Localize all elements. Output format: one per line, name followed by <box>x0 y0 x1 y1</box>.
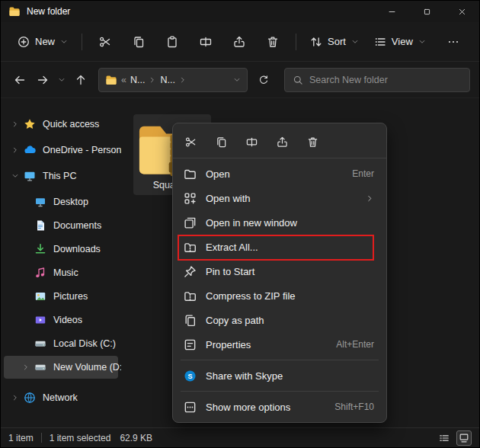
sidebar-item-videos[interactable]: Videos <box>4 309 118 331</box>
cut-button[interactable] <box>88 29 122 55</box>
pc-icon <box>24 170 36 182</box>
plus-circle-icon <box>18 36 30 48</box>
disk-icon <box>34 361 46 373</box>
sidebar-item-music[interactable]: Music <box>4 261 118 284</box>
delete-button[interactable] <box>256 29 290 55</box>
document-icon <box>34 219 46 232</box>
share-button[interactable] <box>269 131 295 154</box>
desktop-icon <box>34 196 46 208</box>
breadcrumb-overflow[interactable]: « <box>121 75 126 85</box>
refresh-button[interactable] <box>252 69 275 91</box>
breadcrumb-segment[interactable]: N... <box>160 75 174 85</box>
menu-item-show-more-options[interactable]: Show more options Shift+F10 <box>173 395 386 419</box>
chevron-down-icon[interactable] <box>11 171 24 181</box>
up-button[interactable] <box>69 69 92 91</box>
chevron-right-icon[interactable] <box>11 146 24 155</box>
menu-item-share-with-skype[interactable]: S Share with Skype <box>173 363 386 388</box>
sidebar-item-downloads[interactable]: Downloads <box>4 238 118 261</box>
new-button-label: New <box>35 36 55 47</box>
folder-icon <box>105 74 117 86</box>
view-button-label: View <box>392 36 413 47</box>
menu-item-open-with[interactable]: Open with <box>173 186 386 210</box>
properties-icon <box>184 338 197 351</box>
address-bar[interactable]: « N... N... <box>98 68 248 92</box>
sidebar-item-desktop[interactable]: Desktop <box>4 190 118 213</box>
delete-button[interactable] <box>299 131 325 154</box>
chevron-down-icon <box>60 38 68 46</box>
large-icons-view-button[interactable] <box>456 430 472 446</box>
rename-button[interactable] <box>238 131 264 154</box>
open-icon <box>184 168 197 181</box>
address-dropdown-icon[interactable] <box>233 76 241 84</box>
chevron-right-icon <box>149 76 156 84</box>
menu-item-label: Properties <box>206 339 251 350</box>
star-icon <box>24 118 36 130</box>
menu-item-open[interactable]: Open Enter <box>173 162 386 186</box>
sort-arrows-icon <box>310 36 322 48</box>
videos-icon <box>34 314 46 326</box>
status-bar: 1 item 1 item selected 62.9 KB <box>1 427 479 447</box>
cut-button[interactable] <box>178 131 203 154</box>
chevron-right-icon[interactable] <box>22 363 34 372</box>
recent-locations-button[interactable] <box>54 69 69 91</box>
paste-button[interactable] <box>155 29 189 55</box>
sidebar-item-quick-access[interactable]: Quick access <box>4 113 118 136</box>
chevron-down-icon <box>351 38 359 46</box>
menu-item-label: Compress to ZIP file <box>206 290 296 302</box>
sidebar-item-pictures[interactable]: Pictures <box>4 285 118 308</box>
sidebar-item-label: Downloads <box>53 244 101 254</box>
menu-item-compress-to-zip[interactable]: Compress to ZIP file <box>173 283 386 308</box>
view-list-icon <box>374 36 386 48</box>
more-options-button[interactable] <box>437 29 470 55</box>
copy-button[interactable] <box>208 131 234 154</box>
sidebar-item-label: New Volume (D:) <box>53 362 121 373</box>
new-button[interactable]: New <box>10 29 75 55</box>
folder-icon <box>8 5 21 18</box>
download-icon <box>34 243 46 255</box>
rename-icon <box>200 36 212 48</box>
sidebar-item-network[interactable]: Network <box>4 386 118 409</box>
search-box[interactable] <box>284 68 470 92</box>
menu-item-extract-all[interactable]: Extract All... <box>173 235 386 259</box>
menu-item-label: Open with <box>206 193 251 204</box>
sidebar-item-documents[interactable]: Documents <box>4 214 118 237</box>
chevron-right-icon <box>366 194 374 203</box>
copy-button[interactable] <box>122 29 155 55</box>
pictures-icon <box>34 290 46 302</box>
details-view-button[interactable] <box>437 430 452 446</box>
pin-icon <box>184 265 197 278</box>
sidebar-item-new-volume-d[interactable]: New Volume (D:) <box>4 356 118 379</box>
back-button[interactable] <box>8 69 31 91</box>
chevron-right-icon[interactable] <box>11 120 24 129</box>
share-button[interactable] <box>222 29 256 55</box>
sidebar-item-label: Desktop <box>53 197 88 207</box>
minimize-button[interactable] <box>374 1 409 22</box>
menu-item-pin-to-start[interactable]: Pin to Start <box>173 259 386 283</box>
network-icon <box>24 392 36 404</box>
copy-icon <box>216 136 227 148</box>
maximize-icon <box>423 8 431 16</box>
search-input[interactable] <box>309 75 462 85</box>
sidebar-item-onedrive[interactable]: OneDrive - Personal <box>4 139 118 162</box>
maximize-button[interactable] <box>409 1 444 22</box>
chevron-right-icon[interactable] <box>11 393 24 402</box>
menu-item-copy-as-path[interactable]: Copy as path <box>173 308 386 332</box>
view-button[interactable]: View <box>366 29 434 55</box>
svg-text:S: S <box>187 372 192 379</box>
menu-item-label: Share with Skype <box>206 370 283 382</box>
share-icon <box>277 136 288 148</box>
sort-button[interactable]: Sort <box>302 29 366 55</box>
forward-button[interactable] <box>31 69 54 91</box>
breadcrumb-segment[interactable]: N... <box>130 75 145 85</box>
menu-item-shortcut: Enter <box>352 168 374 179</box>
sidebar-item-this-pc[interactable]: This PC <box>4 165 118 187</box>
rename-button[interactable] <box>189 29 222 55</box>
close-button[interactable] <box>444 1 479 22</box>
menu-item-open-in-new-window[interactable]: Open in new window <box>173 210 386 235</box>
sidebar-item-local-disk-c[interactable]: Local Disk (C:) <box>4 332 118 355</box>
item-count: 1 item <box>8 433 34 443</box>
music-icon <box>34 267 46 279</box>
menu-item-properties[interactable]: Properties Alt+Enter <box>173 332 386 357</box>
share-icon <box>233 36 245 48</box>
copy-icon <box>133 36 145 48</box>
